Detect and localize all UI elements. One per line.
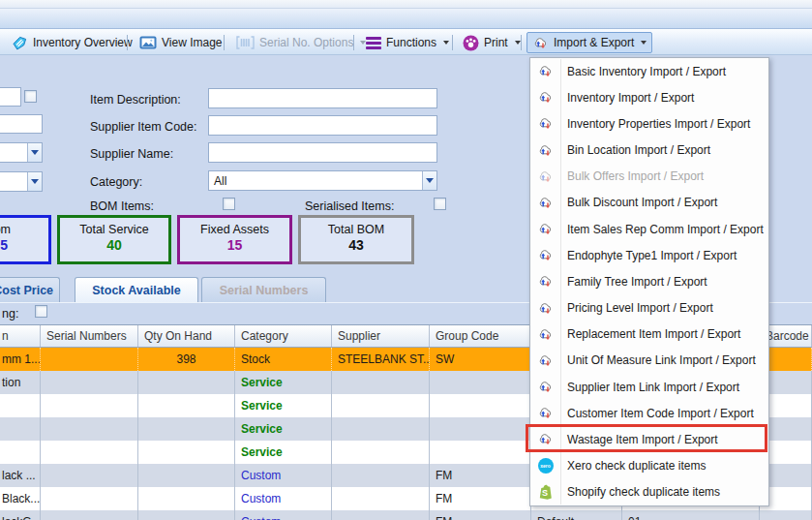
grouping-toggle-checkbox[interactable] bbox=[35, 305, 47, 318]
serialised-items-checkbox[interactable] bbox=[434, 198, 446, 210]
chevron-down-icon bbox=[443, 41, 449, 45]
column-header[interactable]: Serial Numbers bbox=[41, 325, 138, 347]
supplier-name-input[interactable] bbox=[208, 142, 437, 163]
menu-item-label: Supplier Item Link Import / Export bbox=[567, 381, 739, 394]
item-description-input[interactable] bbox=[208, 88, 437, 108]
shopify-icon: S bbox=[537, 484, 554, 500]
table-row[interactable]: lackGCustomFMDefault01 bbox=[0, 510, 812, 520]
menu-item-label: Xero check duplicate items bbox=[567, 459, 706, 473]
table-cell: Default bbox=[531, 510, 622, 520]
menu-item[interactable]: Unit Of Measure Link Import / Export bbox=[530, 348, 768, 374]
table-cell bbox=[138, 487, 235, 510]
summary-box: Total BOM43 bbox=[298, 215, 414, 264]
cloud-updown-icon bbox=[537, 248, 554, 262]
view-image-label: View Image bbox=[162, 36, 222, 49]
inventory-overview-button[interactable]: Inventory Overview bbox=[6, 32, 138, 53]
table-cell bbox=[430, 371, 531, 394]
table-cell: tion bbox=[0, 371, 41, 394]
cloud-updown-icon bbox=[537, 169, 554, 184]
tab-stock-available-label: Stock Available bbox=[92, 284, 180, 297]
menu-item[interactable]: SShopify check duplicate items bbox=[530, 479, 768, 505]
menu-item[interactable]: Supplier Item Link Import / Export bbox=[530, 374, 768, 400]
table-cell bbox=[0, 394, 41, 417]
menu-item[interactable]: Endophyte Type1 Import / Export bbox=[530, 242, 768, 268]
column-header[interactable]: Supplier bbox=[332, 325, 430, 347]
import-export-label: Import & Export bbox=[554, 36, 634, 49]
menu-item[interactable]: Customer Item Code Import / Export bbox=[530, 400, 768, 426]
table-cell: Custom bbox=[235, 510, 332, 520]
chevron-down-icon bbox=[515, 41, 521, 45]
functions-label: Functions bbox=[386, 36, 436, 49]
summary-box-value: 5 bbox=[0, 237, 48, 253]
cloud-import-export-icon bbox=[532, 36, 549, 50]
menu-item-label: Customer Item Code Import / Export bbox=[567, 407, 754, 420]
table-cell: Service bbox=[235, 441, 332, 464]
menu-item[interactable]: Pricing Level Import / Export bbox=[530, 295, 768, 321]
menu-item-label: Inventory Properties Import / Export bbox=[567, 117, 750, 131]
table-cell bbox=[41, 510, 138, 520]
view-image-button[interactable]: View Image bbox=[134, 32, 227, 53]
filter-select-1[interactable] bbox=[0, 142, 43, 163]
category-select[interactable]: All bbox=[208, 170, 437, 191]
tab-stock-available[interactable]: Stock Available bbox=[75, 277, 198, 302]
summary-box-label: Total BOM bbox=[301, 223, 411, 236]
table-cell bbox=[332, 510, 430, 520]
table-cell: 398 bbox=[138, 348, 235, 371]
table-cell: FM bbox=[430, 464, 531, 487]
menu-item[interactable]: Bulk Discount Import / Export bbox=[530, 190, 768, 216]
menu-item[interactable]: Basic Inventory Import / Export bbox=[530, 58, 768, 84]
menu-item[interactable]: xeroXero check duplicate items bbox=[530, 453, 768, 479]
table-cell bbox=[332, 417, 430, 441]
cloud-updown-icon bbox=[537, 196, 554, 210]
cloud-updown-icon bbox=[537, 116, 554, 131]
print-icon bbox=[463, 35, 479, 51]
supplier-item-code-input[interactable] bbox=[208, 115, 437, 136]
column-header[interactable]: Category bbox=[235, 325, 332, 347]
tab-cost-price[interactable]: r Cost Price bbox=[0, 277, 60, 302]
table-cell: Stock bbox=[235, 348, 332, 371]
cloud-updown-icon bbox=[537, 64, 554, 78]
annotation-highlight-box bbox=[526, 424, 767, 452]
cloud-updown-icon bbox=[537, 90, 554, 105]
table-cell bbox=[0, 417, 41, 441]
import-export-button[interactable]: Import & Export bbox=[526, 32, 652, 53]
supplier-item-code-label: Supplier Item Code: bbox=[90, 120, 196, 134]
print-button[interactable]: Print bbox=[457, 32, 526, 53]
menu-item[interactable]: Replacement Item Import / Export bbox=[530, 321, 768, 348]
menu-item[interactable]: Bin Location Import / Export bbox=[530, 138, 768, 164]
column-header[interactable]: Qty On Hand bbox=[138, 325, 235, 347]
table-cell bbox=[138, 441, 235, 464]
toolbar-separator bbox=[224, 35, 225, 50]
bom-items-checkbox[interactable] bbox=[223, 198, 235, 210]
menu-item[interactable]: Inventory Properties Import / Export bbox=[530, 110, 768, 137]
menu-item[interactable]: Family Tree Import / Export bbox=[530, 268, 768, 294]
filter-field-1[interactable] bbox=[0, 87, 21, 107]
summary-box-label: Fixed Assets bbox=[180, 223, 289, 236]
cloud-updown-icon bbox=[537, 301, 554, 316]
toolbar-separator bbox=[521, 35, 522, 50]
column-header[interactable]: n bbox=[0, 325, 41, 347]
table-cell bbox=[332, 464, 430, 487]
summary-box-value: 43 bbox=[301, 237, 411, 253]
menu-item[interactable]: Item Sales Rep Comm Import / Export bbox=[530, 216, 768, 242]
table-cell: Service bbox=[235, 371, 332, 394]
functions-button[interactable]: Functions bbox=[360, 32, 455, 53]
table-cell bbox=[138, 417, 235, 441]
serial-no-options-label: Serial No. Options bbox=[259, 36, 353, 49]
cloud-updown-icon bbox=[537, 327, 554, 342]
menu-item-label: Family Tree Import / Export bbox=[567, 275, 707, 289]
tag-icon bbox=[12, 35, 28, 51]
menu-item-label: Basic Inventory Import / Export bbox=[567, 65, 726, 78]
filter-field-2[interactable] bbox=[0, 114, 43, 134]
filter-select-2[interactable] bbox=[0, 171, 43, 192]
menu-item[interactable]: Inventory Import / Export bbox=[530, 84, 768, 110]
menu-item-label: Bulk Offers Import / Export bbox=[567, 169, 704, 183]
grouping-toggle-label: ng: bbox=[2, 307, 18, 321]
cloud-updown-icon bbox=[537, 380, 554, 394]
summary-box: Custom5 bbox=[0, 215, 51, 264]
filter-checkbox-1[interactable] bbox=[24, 90, 37, 103]
svg-text:S: S bbox=[542, 488, 548, 498]
chevron-down-icon bbox=[422, 171, 436, 190]
table-cell bbox=[138, 464, 235, 487]
column-header[interactable]: Group Code bbox=[430, 325, 531, 347]
